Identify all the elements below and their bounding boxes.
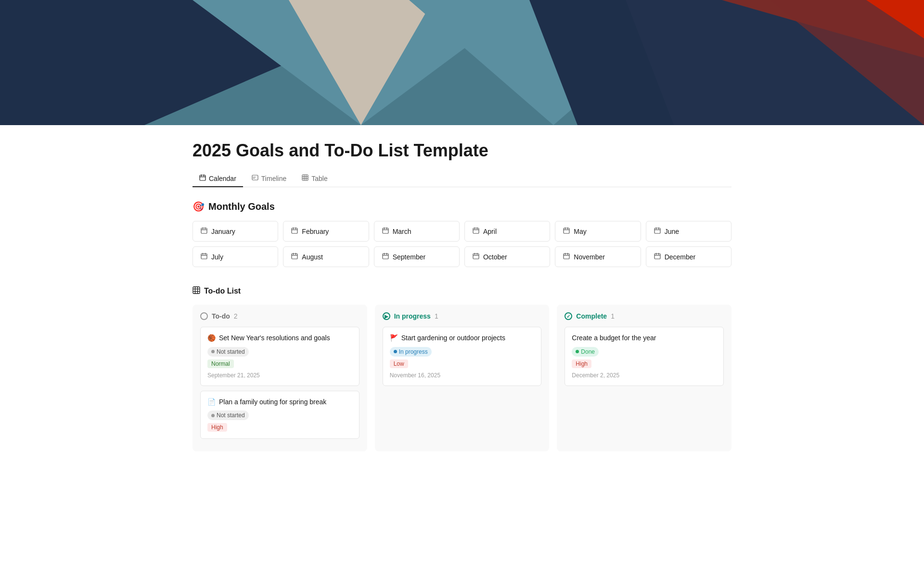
month-card-december[interactable]: December [646, 246, 732, 267]
status-dot-task4 [576, 350, 579, 353]
task-status-badge-task2: Not started [207, 410, 352, 421]
month-card-february[interactable]: February [283, 221, 369, 242]
month-label-may: May [574, 228, 586, 235]
task-date-task3: November 16, 2025 [390, 372, 535, 379]
month-icon-may [563, 227, 570, 235]
svg-rect-58 [473, 254, 479, 259]
month-card-march[interactable]: March [374, 221, 460, 242]
kanban-board: To-do 2 🏀 Set New Year's resolutions and… [192, 305, 732, 451]
status-check-icon: ✓ [565, 312, 572, 320]
task-card-task1[interactable]: 🏀 Set New Year's resolutions and goals N… [200, 327, 359, 386]
month-card-october[interactable]: October [464, 246, 550, 267]
month-card-august[interactable]: August [283, 246, 369, 267]
column-header-complete: ✓ Complete 1 [565, 312, 724, 320]
column-label-todo: To-do [212, 312, 230, 320]
month-label-february: February [302, 228, 329, 235]
svg-marker-9 [626, 0, 924, 125]
month-icon-september [382, 253, 389, 261]
status-play-icon: ▶ [383, 312, 390, 320]
month-label-august: August [302, 253, 323, 261]
month-label-june: June [665, 228, 679, 235]
month-card-july[interactable]: July [192, 246, 278, 267]
status-dot-task2 [211, 414, 215, 417]
column-label-inprogress: In progress [394, 312, 431, 320]
month-card-january[interactable]: January [192, 221, 278, 242]
timeline-tab-icon [252, 174, 258, 182]
month-label-april: April [483, 228, 497, 235]
svg-rect-14 [252, 175, 258, 180]
task-title-task3: 🚩 Start gardening or outdoor projects [390, 334, 535, 342]
tabs-bar: Calendar Timeline [192, 170, 732, 187]
priority-tag-task3: Low [390, 359, 408, 368]
priority-tag-task2: High [207, 423, 227, 432]
tasks-container-todo: 🏀 Set New Year's resolutions and goals N… [200, 327, 359, 439]
task-card-task2[interactable]: 📄 Plan a family outing for spring break … [200, 391, 359, 439]
task-status-badge-task3: In progress [390, 346, 535, 357]
tab-timeline[interactable]: Timeline [245, 170, 293, 187]
column-header-todo: To-do 2 [200, 312, 359, 320]
month-card-september[interactable]: September [374, 246, 460, 267]
calendar-tab-icon [199, 174, 206, 182]
svg-rect-26 [292, 228, 297, 233]
month-icon-june [654, 227, 661, 235]
svg-rect-50 [292, 254, 297, 259]
svg-rect-42 [654, 228, 660, 233]
tab-calendar[interactable]: Calendar [192, 170, 243, 187]
svg-rect-22 [201, 228, 207, 233]
month-icon-november [563, 253, 570, 261]
tasks-container-complete: Create a budget for the year Done High D… [565, 327, 724, 386]
month-icon-january [201, 227, 207, 235]
kanban-column-inprogress: ▶ In progress 1 🚩 Start gardening or out… [375, 305, 550, 451]
kanban-column-todo: To-do 2 🏀 Set New Year's resolutions and… [192, 305, 367, 451]
svg-rect-62 [564, 254, 569, 259]
status-dot-task1 [211, 350, 215, 353]
status-dot-task3 [394, 350, 397, 353]
monthly-goals-header: 🎯 Monthly Goals [192, 201, 732, 212]
status-badge-task4: Done [572, 347, 599, 357]
todo-section-header: To-do List [192, 286, 732, 296]
task-emoji-task2: 📄 [207, 398, 216, 406]
svg-rect-46 [201, 254, 207, 259]
tab-table-label: Table [311, 175, 327, 182]
monthly-goals-title: Monthly Goals [208, 201, 275, 212]
task-emoji-task1: 🏀 [207, 334, 216, 342]
column-count-inprogress: 1 [435, 312, 438, 320]
task-title-task1: 🏀 Set New Year's resolutions and goals [207, 334, 352, 342]
month-icon-october [473, 253, 479, 261]
task-date-task1: September 21, 2025 [207, 372, 352, 379]
task-card-task4[interactable]: Create a budget for the year Done High D… [565, 327, 724, 386]
month-label-march: March [393, 228, 411, 235]
month-label-november: November [574, 253, 605, 261]
month-icon-march [382, 227, 389, 235]
kanban-column-complete: ✓ Complete 1 Create a budget for the yea… [557, 305, 732, 451]
month-card-november[interactable]: November [555, 246, 641, 267]
table-tab-icon [302, 174, 308, 182]
tab-calendar-label: Calendar [209, 175, 236, 182]
task-title-task4: Create a budget for the year [572, 334, 717, 342]
tasks-container-inprogress: 🚩 Start gardening or outdoor projects In… [383, 327, 542, 386]
status-circle-icon [200, 312, 208, 320]
task-date-task4: December 2, 2025 [572, 372, 717, 379]
priority-tag-task1: Normal [207, 359, 234, 368]
month-card-april[interactable]: April [464, 221, 550, 242]
svg-rect-10 [200, 175, 205, 180]
monthly-goals-emoji: 🎯 [192, 201, 205, 212]
column-header-inprogress: ▶ In progress 1 [383, 312, 542, 320]
month-grid: January February March [192, 221, 732, 267]
task-title-task2: 📄 Plan a family outing for spring break [207, 398, 352, 406]
status-badge-task1: Not started [207, 347, 249, 357]
month-label-july: July [211, 253, 223, 261]
month-card-june[interactable]: June [646, 221, 732, 242]
month-icon-july [201, 253, 207, 261]
hero-banner [0, 0, 924, 125]
tab-table[interactable]: Table [295, 170, 334, 187]
month-card-may[interactable]: May [555, 221, 641, 242]
task-priority-task2: High [207, 420, 352, 432]
svg-rect-70 [193, 287, 200, 294]
task-card-task3[interactable]: 🚩 Start gardening or outdoor projects In… [383, 327, 542, 386]
column-label-complete: Complete [576, 312, 607, 320]
main-content: 2025 Goals and To-Do List Template Calen… [149, 125, 775, 480]
month-label-october: October [483, 253, 507, 261]
svg-rect-54 [383, 254, 388, 259]
priority-tag-task4: High [572, 359, 591, 368]
